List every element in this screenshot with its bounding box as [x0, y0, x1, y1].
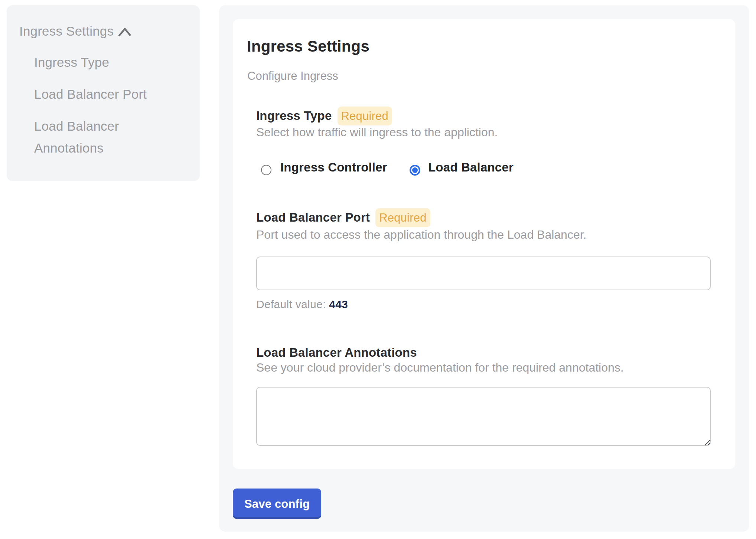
- chevron-up-icon: [118, 28, 131, 36]
- default-value-number: 443: [329, 298, 348, 310]
- lb-annotations-label: Load Balancer Annotations: [256, 346, 417, 359]
- ingress-type-label: Ingress Type: [256, 110, 332, 122]
- lb-port-label: Load Balancer Port: [256, 211, 370, 223]
- sidebar-section-header[interactable]: Ingress Settings: [19, 24, 131, 37]
- ingress-type-label-row: Ingress Type Required: [256, 107, 392, 125]
- default-value-label: Default value:: [256, 298, 326, 310]
- radio-option-load-balancer[interactable]: Load Balancer: [410, 163, 514, 177]
- lb-annotations-description: See your cloud provider’s documentation …: [256, 362, 624, 373]
- settings-sidebar: Ingress Settings Ingress Type Load Balan…: [7, 5, 200, 181]
- radio-button-load-balancer-icon[interactable]: [410, 165, 420, 176]
- ingress-type-required-badge: Required: [338, 107, 392, 125]
- settings-panel: Ingress Settings Configure Ingress Ingre…: [219, 5, 749, 532]
- lb-port-required-badge: Required: [375, 208, 430, 227]
- sidebar-nav: Ingress Type Load Balancer Port Load Bal…: [34, 51, 180, 169]
- lb-port-default-line: Default value: 443: [256, 299, 348, 310]
- lb-port-input[interactable]: [256, 257, 711, 290]
- radio-button-ingress-controller-icon[interactable]: [261, 165, 271, 175]
- radio-label-load-balancer: Load Balancer: [428, 160, 514, 174]
- lb-annotations-textarea-wrap: [256, 387, 711, 446]
- lb-port-description: Port used to access the application thro…: [256, 229, 586, 241]
- card-title: Ingress Settings: [247, 39, 369, 54]
- ingress-settings-card: Ingress Settings Configure Ingress Ingre…: [233, 19, 735, 469]
- save-config-button[interactable]: Save config: [233, 489, 321, 519]
- sidebar-item-load-balancer-port[interactable]: Load Balancer Port: [34, 83, 180, 105]
- radio-option-ingress-controller[interactable]: Ingress Controller: [261, 163, 387, 177]
- sidebar-section-title: Ingress Settings: [19, 24, 114, 37]
- lb-annotations-textarea[interactable]: [256, 387, 711, 446]
- sidebar-item-ingress-type[interactable]: Ingress Type: [34, 51, 180, 73]
- ingress-type-description: Select how traffic will ingress to the a…: [256, 126, 498, 138]
- lb-annotations-label-row: Load Balancer Annotations: [256, 346, 417, 359]
- radio-label-ingress-controller: Ingress Controller: [280, 160, 387, 174]
- card-subtitle: Configure Ingress: [247, 70, 338, 82]
- sidebar-item-load-balancer-annotations[interactable]: Load Balancer Annotations: [34, 115, 180, 159]
- lb-port-label-row: Load Balancer Port Required: [256, 208, 430, 227]
